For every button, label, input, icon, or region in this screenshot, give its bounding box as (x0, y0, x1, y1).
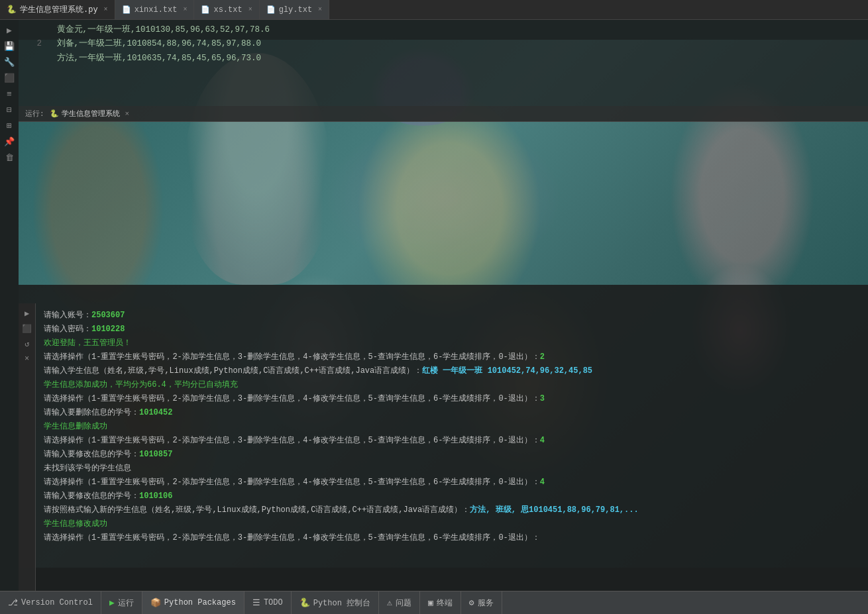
version-control-icon: ⎇ (8, 597, 18, 608)
sidebar-play-icon[interactable]: ▶ (2, 23, 17, 38)
code-line-3-content: 方法,一年级一班,1010635,74,85,45,65,96,73.0 (57, 54, 262, 63)
run-title-text: 学生信息管理系统 (62, 109, 120, 119)
console-line-op5: 请选择操作（1-重置学生账号密码，2-添加学生信息，3-删除学生信息，4-修改学… (44, 531, 860, 545)
tab-gly[interactable]: 📄 gly.txt × (260, 0, 329, 19)
console-line-modify-id2: 请输入要修改信息的学号：1010106 (44, 489, 860, 503)
left-sidebar: ▶ 💾 🔧 ⬛ ≡ ⊟ ⊞ 📌 🗑 (0, 20, 19, 591)
issues-icon: ⚠ (387, 597, 392, 608)
tab-python-close[interactable]: × (104, 6, 108, 13)
console-line-add-info: 请输入学生信息（姓名,班级,学号,Linux成绩,Python成绩,C语言成绩,… (44, 364, 860, 378)
terminal-label: 终端 (437, 597, 453, 609)
python-packages-icon: 📦 (150, 597, 161, 608)
status-terminal[interactable]: ▣ 终端 (420, 591, 461, 614)
sidebar-grid-icon[interactable]: ⊞ (2, 119, 17, 133)
run-close-btn[interactable]: × (125, 110, 130, 118)
sidebar-trash-icon[interactable]: 🗑 (2, 150, 17, 165)
issues-label: 问题 (396, 597, 411, 609)
tab-xs-label: xs.txt (213, 5, 242, 15)
console-panel: ▶ ⬛ ↺ × 请输入账号：2503607 请输入密码：1010228 欢迎登陆… (19, 285, 868, 591)
tab-python[interactable]: 🐍 学生信息管理系统.py × (0, 0, 115, 19)
tab-gly-label: gly.txt (279, 5, 312, 15)
sidebar-stop-icon[interactable]: ⬛ (2, 71, 17, 85)
run-status-label: 运行 (118, 597, 134, 609)
code-line-2-content: 刘备,一年级二班,1010854,88,96,74,85,97,88.0 (57, 39, 262, 48)
console-line-modify-id1: 请输入要修改信息的学号：1010857 (44, 448, 860, 462)
status-python-console[interactable]: 🐍 Python 控制台 (292, 591, 379, 614)
console-stop-button[interactable]: ⬛ (21, 322, 34, 335)
sidebar-wrench-icon[interactable]: 🔧 (2, 55, 17, 70)
main-content: 黄金元,一年级一班,1010130,85,96,63,52,97,78.6 2 … (19, 20, 868, 591)
console-line-password: 请输入密码：1010228 (44, 323, 860, 336)
status-python-packages[interactable]: 📦 Python Packages (142, 591, 244, 614)
code-line-2: 2 刘备,一年级二班,1010854,88,96,74,85,97,88.0 (28, 37, 858, 51)
console-line-account: 请输入账号：2503607 (44, 309, 860, 323)
sidebar-panel-icon[interactable]: ⊟ (2, 103, 17, 117)
tab-xinxi-icon: 📄 (122, 5, 131, 14)
status-issues[interactable]: ⚠ 问题 (379, 591, 420, 614)
console-line-delete-success: 学生信息删除成功 (44, 420, 860, 434)
console-refresh-button[interactable]: ↺ (21, 337, 34, 350)
terminal-icon: ▣ (428, 597, 433, 608)
python-console-icon: 🐍 (299, 597, 310, 608)
console-toolbar: ▶ ⬛ ↺ × (19, 303, 36, 591)
tab-gly-close[interactable]: × (318, 6, 322, 13)
tab-xs-close[interactable]: × (248, 6, 252, 13)
todo-icon: ☰ (252, 597, 260, 608)
console-line-op3: 请选择操作（1-重置学生账号密码，2-添加学生信息，3-删除学生信息，4-修改学… (44, 434, 860, 448)
run-bar: 运行: 🐍 学生信息管理系统 × (19, 106, 868, 122)
tab-xs[interactable]: 📄 xs.txt × (194, 0, 259, 19)
code-line-1: 黄金元,一年级一班,1010130,85,96,63,52,97,78.6 (28, 23, 858, 37)
status-version-control[interactable]: ⎇ Version Control (0, 591, 101, 614)
run-label: 运行: (25, 109, 44, 119)
console-close-button[interactable]: × (21, 352, 34, 366)
code-line-1-content: 黄金元,一年级一班,1010130,85,96,63,52,97,78.6 (57, 25, 270, 34)
console-line-delete-id: 请输入要删除信息的学号：1010452 (44, 406, 860, 420)
status-run[interactable]: ▶ 运行 (101, 591, 142, 614)
console-line-op4: 请选择操作（1-重置学生账号密码，2-添加学生信息，3-删除学生信息，4-修改学… (44, 476, 860, 489)
tab-gly-icon: 📄 (266, 5, 276, 14)
console-line-modify-format: 请按照格式输入新的学生信息（姓名,班级,学号,Linux成绩,Python成绩,… (44, 503, 860, 517)
console-play-button[interactable]: ▶ (21, 307, 34, 320)
tab-python-icon: 🐍 (7, 5, 17, 15)
status-services[interactable]: ⚙ 服务 (461, 591, 502, 614)
status-todo[interactable]: ☰ TODO (244, 591, 292, 614)
console-output[interactable]: 请输入账号：2503607 请输入密码：1010228 欢迎登陆，王五管理员！ … (36, 303, 868, 591)
todo-label: TODO (264, 598, 283, 607)
tab-python-label: 学生信息管理系统.py (20, 4, 98, 15)
console-line-not-found: 未找到该学号的学生信息 (44, 462, 860, 476)
status-bar: ⎇ Version Control ▶ 运行 📦 Python Packages… (0, 591, 868, 614)
tab-xinxi[interactable]: 📄 xinxi.txt × (115, 0, 195, 19)
services-label: 服务 (478, 597, 494, 609)
sidebar-pin-icon[interactable]: 📌 (2, 134, 17, 149)
python-packages-label: Python Packages (164, 598, 236, 607)
tab-xinxi-close[interactable]: × (183, 6, 187, 13)
run-python-icon: 🐍 (50, 109, 59, 118)
tab-xs-icon: 📄 (201, 5, 210, 14)
console-line-op1: 请选择操作（1-重置学生账号密码，2-添加学生信息，3-删除学生信息，4-修改学… (44, 350, 860, 364)
sidebar-list-icon[interactable]: ≡ (2, 87, 17, 101)
python-console-label: Python 控制台 (313, 597, 370, 609)
console-line-add-success: 学生信息添加成功，平均分为66.4，平均分已自动填充 (44, 378, 860, 392)
console-line-welcome: 欢迎登陆，王五管理员！ (44, 336, 860, 350)
run-status-icon: ▶ (109, 597, 115, 608)
console-line-modify-success: 学生信息修改成功 (44, 517, 860, 531)
run-title: 🐍 学生信息管理系统 × (50, 109, 130, 119)
code-line-3: 方法,一年级一班,1010635,74,85,45,65,96,73.0 (28, 52, 858, 66)
tab-bar: 🐍 学生信息管理系统.py × 📄 xinxi.txt × 📄 xs.txt ×… (0, 0, 868, 20)
console-line-op2: 请选择操作（1-重置学生账号密码，2-添加学生信息，3-删除学生信息，4-修改学… (44, 392, 860, 406)
tab-xinxi-label: xinxi.txt (135, 5, 178, 15)
version-control-label: Version Control (21, 598, 93, 607)
services-icon: ⚙ (469, 597, 474, 608)
sidebar-save-icon[interactable]: 💾 (2, 39, 17, 54)
code-area-top: 黄金元,一年级一班,1010130,85,96,63,52,97,78.6 2 … (19, 20, 868, 106)
